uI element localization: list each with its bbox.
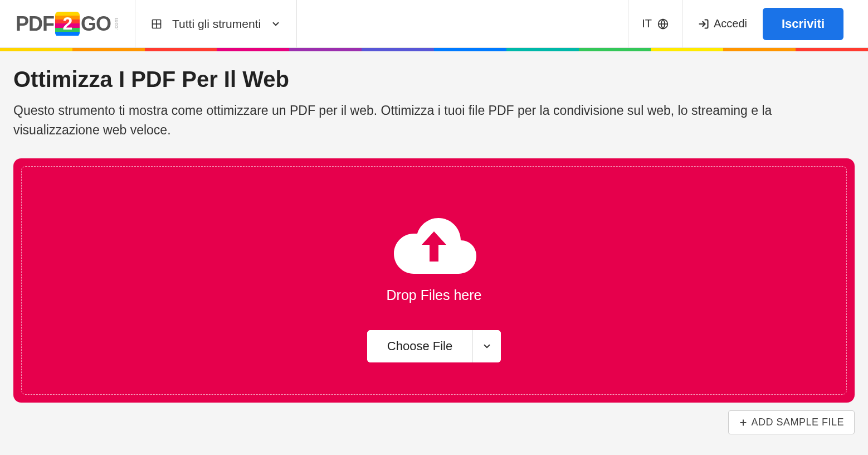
logo[interactable]: PDF 2 GO .com <box>0 0 135 47</box>
plus-icon <box>739 418 748 427</box>
logo-com-text: .com <box>113 18 119 30</box>
add-sample-row: ADD SAMPLE FILE <box>13 410 855 434</box>
choose-file-dropdown[interactable] <box>472 330 501 362</box>
language-code: IT <box>642 17 652 30</box>
choose-file-group: Choose File <box>367 330 501 362</box>
all-tools-menu[interactable]: Tutti gli strumenti <box>135 0 297 47</box>
main-content: Ottimizza I PDF Per Il Web Questo strume… <box>0 51 868 434</box>
chevron-down-icon <box>482 341 492 351</box>
drop-files-text: Drop Files here <box>387 287 482 303</box>
page-subtitle: Questo strumento ti mostra come ottimizz… <box>13 101 827 139</box>
chevron-down-icon <box>271 19 281 29</box>
choose-file-button[interactable]: Choose File <box>367 330 472 362</box>
login-label: Accedi <box>714 17 747 30</box>
login-icon <box>698 18 709 30</box>
globe-icon <box>657 18 669 30</box>
logo-two-badge: 2 <box>55 12 80 36</box>
logo-go-text: GO <box>81 12 111 36</box>
add-sample-label: ADD SAMPLE FILE <box>751 417 844 428</box>
cloud-upload-icon <box>389 210 479 277</box>
dropzone-inner: Drop Files here Choose File <box>21 166 847 395</box>
logo-pdf-text: PDF <box>16 12 54 36</box>
signup-button[interactable]: Iscriviti <box>763 8 843 40</box>
page-title: Ottimizza I PDF Per Il Web <box>13 67 855 92</box>
language-selector[interactable]: IT <box>628 0 682 47</box>
rainbow-divider <box>0 48 868 51</box>
add-sample-file-button[interactable]: ADD SAMPLE FILE <box>728 410 855 434</box>
file-dropzone[interactable]: Drop Files here Choose File <box>13 158 855 403</box>
top-navbar: PDF 2 GO .com Tutti gli strumenti <box>0 0 868 48</box>
login-button[interactable]: Accedi <box>682 0 763 47</box>
all-tools-label: Tutti gli strumenti <box>172 17 261 31</box>
grid-icon <box>151 18 162 30</box>
